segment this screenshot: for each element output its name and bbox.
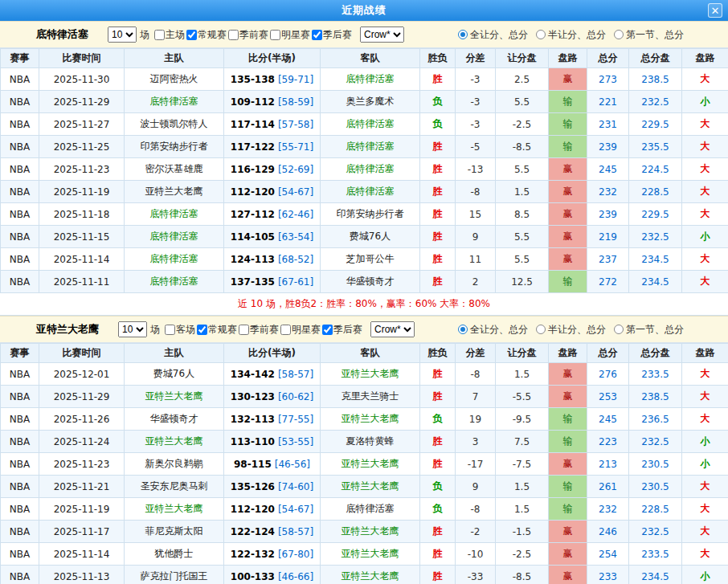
filter-home[interactable]: 主场: [154, 28, 185, 42]
filter-preseason[interactable]: 季前赛: [228, 28, 268, 42]
radio-half-handicap-total[interactable]: 半让分、总分: [536, 28, 606, 42]
bookmaker-select[interactable]: Crow*: [370, 321, 415, 337]
total-points-cell: 239: [587, 136, 629, 158]
score-cell: 100-133[46-66]: [224, 566, 321, 584]
home-checkbox[interactable]: [154, 30, 165, 40]
game-row: NBA2025-11-13萨克拉门托国王100-133[46-66]亚特兰大老鹰…: [1, 566, 728, 584]
filter-regular-season[interactable]: 常规赛: [186, 28, 227, 42]
filter-regular-season[interactable]: 常规赛: [197, 323, 237, 337]
half-score: [67-61]: [278, 276, 313, 288]
filter-playoffs[interactable]: 季后赛: [312, 28, 352, 42]
handicap-line-cell: -7.5: [496, 453, 549, 476]
radio-label: 第一节、总分: [626, 28, 684, 42]
score-cell: 127-112[62-46]: [224, 203, 321, 226]
league-cell: NBA: [1, 68, 39, 91]
final-score: 132-113: [231, 414, 275, 425]
game-row: NBA2025-11-30迈阿密热火135-138[59-71]底特律活塞胜-3…: [1, 68, 728, 91]
away-team-cell: 亚特兰大老鹰: [321, 566, 420, 584]
handicap-result-cell: 赢: [549, 521, 587, 543]
score-cell: 113-110[53-55]: [224, 431, 321, 453]
score-cell: 112-120[54-67]: [224, 181, 321, 203]
home-team-cell: 底特律活塞: [125, 226, 224, 248]
total-points-cell: 221: [587, 91, 629, 113]
filter-away[interactable]: 客场: [165, 323, 195, 337]
filter-playoffs[interactable]: 季后赛: [322, 323, 362, 337]
col-diff: 分差: [456, 344, 496, 363]
col-total-line: 总分盘: [629, 49, 682, 68]
league-cell: NBA: [1, 113, 39, 136]
radio-q1-handicap-total[interactable]: 第一节、总分: [614, 28, 684, 42]
handicap-result-cell: 输: [549, 498, 587, 521]
total-line-cell: 229.5: [629, 203, 682, 226]
col-result: 胜负: [420, 344, 456, 363]
total-line-cell: 230.5: [629, 453, 682, 476]
allstar-checkbox[interactable]: [280, 325, 291, 335]
handicap-line-cell: 7.5: [496, 431, 549, 453]
total-line-cell: 230.5: [629, 476, 682, 498]
away-checkbox[interactable]: [165, 325, 175, 335]
preseason-checkbox[interactable]: [228, 30, 239, 40]
checkbox-label: 主场: [166, 28, 185, 42]
handicap-result-cell: 输: [549, 271, 587, 293]
point-diff-cell: 7: [456, 386, 496, 408]
games-count-select[interactable]: 10: [108, 27, 137, 43]
point-diff-cell: -5: [456, 136, 496, 158]
radio-q1-handicap-total[interactable]: 第一节、总分: [614, 323, 684, 337]
point-diff-cell: -3: [456, 113, 496, 136]
close-icon[interactable]: ✕: [708, 3, 722, 18]
over-under-cell: 大: [682, 543, 728, 566]
date-cell: 2025-11-18: [39, 203, 125, 226]
home-team-cell: 圣安东尼奥马刺: [125, 476, 224, 498]
checkbox-label: 季后赛: [333, 323, 362, 337]
away-team-cell: 亚特兰大老鹰: [321, 453, 420, 476]
bookmaker-select[interactable]: Crow*: [360, 27, 404, 43]
result-cell: 胜: [420, 363, 456, 386]
away-team-cell: 华盛顿奇才: [321, 271, 420, 293]
result-cell: 负: [420, 113, 456, 136]
regular-season-checkbox[interactable]: [186, 30, 197, 40]
half-score: [53-55]: [278, 436, 313, 447]
games-count-select[interactable]: 10: [118, 321, 147, 337]
col-away: 客队: [321, 344, 420, 363]
radio-full-handicap-total[interactable]: 全让分、总分: [458, 28, 528, 42]
date-cell: 2025-11-15: [39, 226, 125, 248]
col-home: 主队: [125, 344, 224, 363]
final-score: 100-133: [231, 571, 275, 582]
total-points-cell: 213: [587, 453, 629, 476]
handicap-line-cell: -2.5: [496, 113, 549, 136]
playoffs-checkbox[interactable]: [312, 30, 322, 40]
total-points-cell: 254: [587, 543, 629, 566]
col-ou-result: 盘路: [682, 344, 728, 363]
handicap-line-cell: 2.5: [496, 68, 549, 91]
regular-season-checkbox[interactable]: [197, 325, 207, 335]
away-team-cell: 亚特兰大老鹰: [321, 543, 420, 566]
away-team-cell: 芝加哥公牛: [321, 248, 420, 271]
allstar-checkbox[interactable]: [270, 30, 280, 40]
result-cell: 胜: [420, 248, 456, 271]
date-cell: 2025-11-24: [39, 431, 125, 453]
half-score: [54-67]: [278, 186, 313, 198]
over-under-cell: 大: [682, 181, 728, 203]
home-team-cell: 印第安纳步行者: [125, 136, 224, 158]
score-cell: 122-124[58-57]: [224, 521, 321, 543]
away-team-cell: 克里夫兰骑士: [321, 386, 420, 408]
radio-half-handicap-total[interactable]: 半让分、总分: [536, 323, 606, 337]
checkbox-label: 季后赛: [323, 28, 352, 42]
playoffs-checkbox[interactable]: [322, 325, 333, 335]
checkbox-label: 明星赛: [281, 28, 310, 42]
filter-preseason[interactable]: 季前赛: [239, 323, 279, 337]
radio-icon: [536, 30, 546, 39]
preseason-checkbox[interactable]: [239, 325, 249, 335]
game-row: NBA2025-11-26华盛顿奇才132-113[77-55]亚特兰大老鹰负1…: [1, 408, 728, 431]
final-score: 112-120: [231, 186, 275, 198]
date-cell: 2025-12-01: [39, 363, 125, 386]
col-total-line: 总分盘: [629, 344, 682, 363]
radio-full-handicap-total[interactable]: 全让分、总分: [458, 323, 528, 337]
filter-allstar[interactable]: 明星赛: [270, 28, 310, 42]
total-line-cell: 233.5: [629, 543, 682, 566]
col-handicap-result: 盘路: [549, 344, 587, 363]
total-points-cell: 232: [587, 181, 629, 203]
radio-icon: [614, 325, 624, 334]
filter-allstar[interactable]: 明星赛: [280, 323, 321, 337]
score-cell: 137-135[67-61]: [224, 271, 321, 293]
